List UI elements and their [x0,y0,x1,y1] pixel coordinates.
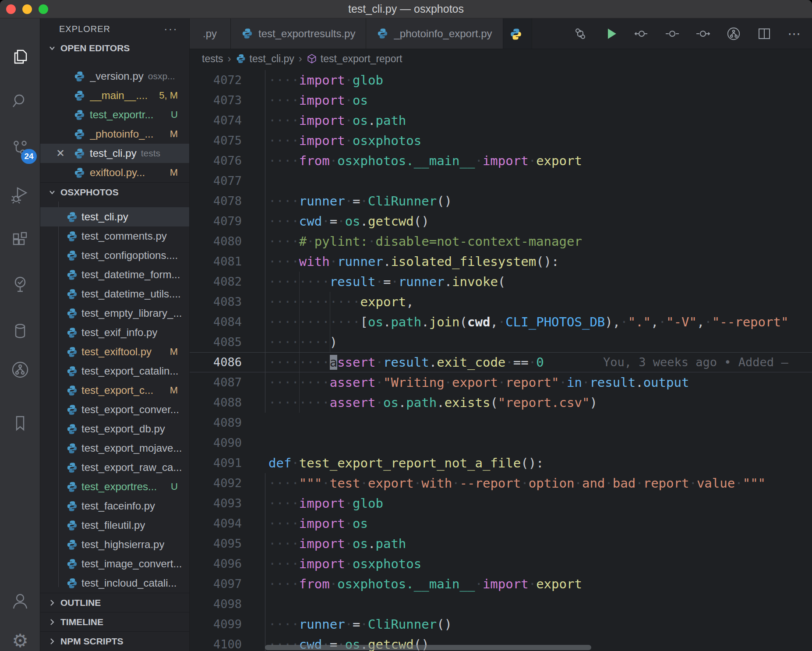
tree-item[interactable]: test_configoptions.... [40,246,189,265]
line-number[interactable]: 4073 [190,90,242,110]
code-line[interactable]: 4084············[os.path.join(cwd,·CLI_P… [190,312,812,332]
step-forward-icon[interactable] [695,26,710,41]
tree-item[interactable]: test_exiftool.pyM [40,342,189,361]
code-line[interactable]: 4092····"""·test·export·with·--report·op… [190,473,812,493]
code-line[interactable]: 4094····import·os [190,513,812,534]
tree-item[interactable]: test_export_mojave... [40,439,189,458]
code-line[interactable]: 4089 [190,413,812,433]
code-line[interactable]: 4077 [190,171,812,191]
code-line[interactable]: 4086········assert·result.exit_code·==·0… [190,352,812,372]
tree-item[interactable]: test_faceinfo.py [40,496,189,516]
code-line[interactable]: 4091def·test_export_report_not_a_file(): [190,453,812,473]
line-number[interactable]: 4086 [190,353,242,372]
breadcrumb-folder[interactable]: tests [202,53,223,65]
line-number[interactable]: 4083 [190,292,242,312]
line-number[interactable]: 4098 [190,594,242,614]
bookmark-icon[interactable] [0,411,40,435]
code-line[interactable]: 4088········assert·os.path.exists("repor… [190,393,812,413]
line-number[interactable]: 4082 [190,272,242,292]
code-line[interactable]: 4082········result·=·runner.invoke( [190,272,812,292]
breadcrumb-symbol[interactable]: test_export_report [307,53,402,65]
close-icon[interactable]: ✕ [56,147,65,159]
database-icon[interactable] [0,319,40,343]
open-editor-item[interactable]: exiftool.py...M [40,163,189,182]
tree-item[interactable]: test_datetime_utils.... [40,284,189,304]
line-number[interactable]: 4077 [190,171,242,191]
line-number[interactable]: 4096 [190,554,242,574]
tree-item[interactable]: test_export_catalin... [40,361,189,381]
code-line[interactable]: 4081····with·runner.isolated_filesystem(… [190,251,812,272]
code-line[interactable]: 4097····from·osxphotos.__main__·import·e… [190,574,812,594]
close-window-button[interactable] [6,4,16,14]
code-line[interactable]: 4095····import·os.path [190,534,812,554]
minimize-window-button[interactable] [22,4,32,14]
line-number[interactable]: 4100 [190,634,242,651]
run-file-icon[interactable] [604,26,618,41]
open-editor-item[interactable]: _version.pyosxp... [40,67,189,86]
section-timeline[interactable]: TIMELINE [40,612,189,631]
line-number[interactable]: 4088 [190,393,242,413]
git-graph-circle-icon[interactable] [726,26,741,41]
tab-photoinfo-export[interactable]: _photoinfo_export.py [366,18,503,49]
section-open-editors[interactable]: OPEN EDITORS [40,39,189,57]
source-control-icon[interactable]: 24 [0,136,40,160]
code-line[interactable]: 4075····import·osxphotos [190,131,812,151]
line-number[interactable]: 4095 [190,534,242,554]
tree-item[interactable]: test_export_conver... [40,400,189,419]
tree-item[interactable]: test_export_db.py [40,419,189,439]
code-line[interactable]: 4090 [190,433,812,453]
tree-item[interactable]: test_export_c...M [40,381,189,400]
code-line[interactable]: 4093····import·glob [190,493,812,513]
extensions-icon[interactable] [0,228,40,252]
code-line[interactable]: 4076····from·osxphotos.__main__·import·e… [190,151,812,171]
zoom-window-button[interactable] [39,4,48,14]
search-icon[interactable] [0,89,40,114]
python-interpreter-cell[interactable] [503,18,532,49]
code-line[interactable]: 4098 [190,594,812,614]
line-number[interactable]: 4099 [190,614,242,634]
explorer-icon[interactable] [0,45,40,69]
tree-item[interactable]: test_exif_info.py [40,323,189,342]
code-line[interactable]: 4083············export, [190,292,812,312]
line-number[interactable]: 4085 [190,332,242,352]
line-number[interactable]: 4084 [190,312,242,332]
section-outline[interactable]: OUTLINE [40,593,189,612]
section-npm-scripts[interactable]: NPM SCRIPTS [40,631,189,651]
breadcrumb-file[interactable]: test_cli.py [236,53,294,65]
compare-changes-icon[interactable] [573,26,588,41]
explorer-actions-icon[interactable]: ··· [164,22,178,36]
tree-item[interactable]: test_fileutil.py [40,516,189,535]
tree-item[interactable]: test_image_convert... [40,554,189,573]
tree-item[interactable]: test_empty_library_... [40,304,189,323]
line-number[interactable]: 4074 [190,110,242,131]
code-line[interactable]: 4073····import·os [190,90,812,110]
open-editor-item[interactable]: test_exportr...U [40,105,189,124]
open-editor-item[interactable]: _photoinfo_...M [40,124,189,144]
code-line[interactable]: 4079····cwd·=·os.getcwd() [190,211,812,231]
line-number[interactable]: 4072 [190,70,242,90]
code-line[interactable]: 4078····runner·=·CliRunner() [190,191,812,211]
split-editor-icon[interactable] [757,26,772,41]
line-number[interactable]: 4094 [190,513,242,534]
code-editor[interactable]: 4072····import·glob4073····import·os4074… [190,68,812,651]
settings-gear-icon[interactable]: ⚙ [0,628,40,651]
step-over-icon[interactable] [665,26,680,41]
line-number[interactable]: 4092 [190,473,242,493]
line-number[interactable]: 4075 [190,131,242,151]
run-debug-icon[interactable] [0,182,40,207]
line-number[interactable]: 4087 [190,372,242,393]
code-line[interactable]: 4072····import·glob [190,70,812,90]
line-number[interactable]: 4093 [190,493,242,513]
code-line[interactable]: 4096····import·osxphotos [190,554,812,574]
code-line[interactable]: 4080····#·pylint:·disable=not-context-ma… [190,231,812,251]
code-line[interactable]: 4074····import·os.path [190,110,812,131]
line-number[interactable]: 4081 [190,251,242,272]
step-back-icon[interactable] [634,26,649,41]
line-number[interactable]: 4078 [190,191,242,211]
tree-item[interactable]: test_export_raw_ca... [40,458,189,477]
tree-item[interactable]: test_exportres...U [40,477,189,496]
line-number[interactable]: 4076 [190,151,242,171]
tree-item[interactable]: test_comments.py [40,226,189,246]
line-number[interactable]: 4090 [190,433,242,453]
tree-item[interactable]: test_datetime_form... [40,265,189,284]
